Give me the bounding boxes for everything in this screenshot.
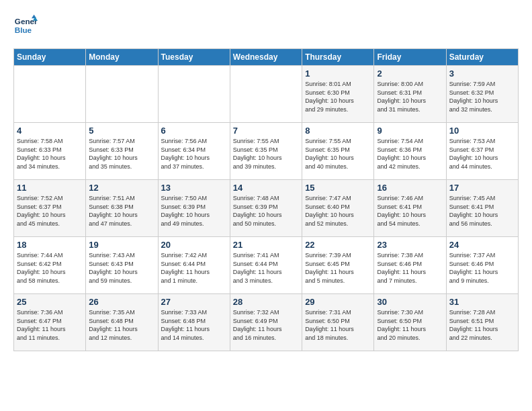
calendar-cell: 4Sunrise: 7:58 AM Sunset: 6:33 PM Daylig… xyxy=(14,123,86,180)
header-day-tuesday: Tuesday xyxy=(158,49,230,66)
logo-icon: General Blue xyxy=(13,13,38,38)
day-number: 14 xyxy=(233,183,299,193)
day-number: 29 xyxy=(305,297,371,307)
day-number: 20 xyxy=(161,240,227,250)
day-number: 15 xyxy=(305,183,371,193)
cell-content: Sunrise: 7:55 AM Sunset: 6:35 PM Dayligh… xyxy=(305,137,371,171)
cell-content: Sunrise: 7:47 AM Sunset: 6:40 PM Dayligh… xyxy=(305,194,371,228)
day-number: 18 xyxy=(17,240,83,250)
calendar-cell: 23Sunrise: 7:38 AM Sunset: 6:46 PM Dayli… xyxy=(374,237,446,294)
calendar-table: SundayMondayTuesdayWednesdayThursdayFrid… xyxy=(13,48,519,351)
calendar-cell: 16Sunrise: 7:46 AM Sunset: 6:41 PM Dayli… xyxy=(374,180,446,237)
cell-content: Sunrise: 7:55 AM Sunset: 6:35 PM Dayligh… xyxy=(233,137,299,171)
day-number: 31 xyxy=(449,297,515,307)
header-day-sunday: Sunday xyxy=(14,49,86,66)
calendar-cell: 10Sunrise: 7:53 AM Sunset: 6:37 PM Dayli… xyxy=(446,123,518,180)
day-number: 2 xyxy=(377,68,443,79)
cell-content: Sunrise: 7:41 AM Sunset: 6:44 PM Dayligh… xyxy=(233,251,299,285)
calendar-cell: 11Sunrise: 7:52 AM Sunset: 6:37 PM Dayli… xyxy=(14,180,86,237)
cell-content: Sunrise: 7:51 AM Sunset: 6:38 PM Dayligh… xyxy=(89,194,154,228)
calendar-cell: 14Sunrise: 7:48 AM Sunset: 6:39 PM Dayli… xyxy=(230,180,302,237)
cell-content: Sunrise: 7:43 AM Sunset: 6:43 PM Dayligh… xyxy=(89,251,154,285)
day-number: 12 xyxy=(89,183,154,193)
cell-content: Sunrise: 7:42 AM Sunset: 6:44 PM Dayligh… xyxy=(161,251,227,285)
day-number: 7 xyxy=(233,126,299,136)
cell-content: Sunrise: 7:46 AM Sunset: 6:41 PM Dayligh… xyxy=(377,194,443,228)
calendar-cell: 27Sunrise: 7:33 AM Sunset: 6:48 PM Dayli… xyxy=(158,294,230,351)
header-day-thursday: Thursday xyxy=(302,49,374,66)
week-row-1: 1Sunrise: 8:01 AM Sunset: 6:30 PM Daylig… xyxy=(14,66,519,123)
header-day-wednesday: Wednesday xyxy=(230,49,302,66)
calendar-cell: 2Sunrise: 8:00 AM Sunset: 6:31 PM Daylig… xyxy=(374,66,446,123)
calendar-cell: 18Sunrise: 7:44 AM Sunset: 6:42 PM Dayli… xyxy=(14,237,86,294)
calendar-cell: 15Sunrise: 7:47 AM Sunset: 6:40 PM Dayli… xyxy=(302,180,374,237)
cell-content: Sunrise: 7:52 AM Sunset: 6:37 PM Dayligh… xyxy=(17,194,83,228)
calendar-cell: 6Sunrise: 7:56 AM Sunset: 6:34 PM Daylig… xyxy=(158,123,230,180)
day-number: 17 xyxy=(449,183,515,193)
calendar-cell xyxy=(230,66,302,123)
calendar-cell: 24Sunrise: 7:37 AM Sunset: 6:46 PM Dayli… xyxy=(446,237,518,294)
calendar-cell xyxy=(86,66,158,123)
calendar-cell: 13Sunrise: 7:50 AM Sunset: 6:39 PM Dayli… xyxy=(158,180,230,237)
cell-content: Sunrise: 7:58 AM Sunset: 6:33 PM Dayligh… xyxy=(17,137,83,171)
day-number: 16 xyxy=(377,183,443,193)
header-day-saturday: Saturday xyxy=(446,49,518,66)
calendar-cell: 20Sunrise: 7:42 AM Sunset: 6:44 PM Dayli… xyxy=(158,237,230,294)
svg-text:Blue: Blue xyxy=(15,26,32,34)
cell-content: Sunrise: 7:36 AM Sunset: 6:47 PM Dayligh… xyxy=(17,308,83,342)
cell-content: Sunrise: 7:33 AM Sunset: 6:48 PM Dayligh… xyxy=(161,308,227,342)
cell-content: Sunrise: 7:31 AM Sunset: 6:50 PM Dayligh… xyxy=(305,308,371,342)
calendar-cell: 28Sunrise: 7:32 AM Sunset: 6:49 PM Dayli… xyxy=(230,294,302,351)
week-row-3: 11Sunrise: 7:52 AM Sunset: 6:37 PM Dayli… xyxy=(14,180,519,237)
cell-content: Sunrise: 7:45 AM Sunset: 6:41 PM Dayligh… xyxy=(449,194,515,228)
calendar-cell: 9Sunrise: 7:54 AM Sunset: 6:36 PM Daylig… xyxy=(374,123,446,180)
cell-content: Sunrise: 7:30 AM Sunset: 6:50 PM Dayligh… xyxy=(377,308,443,342)
calendar-cell: 7Sunrise: 7:55 AM Sunset: 6:35 PM Daylig… xyxy=(230,123,302,180)
day-number: 22 xyxy=(305,240,371,250)
cell-content: Sunrise: 7:37 AM Sunset: 6:46 PM Dayligh… xyxy=(449,251,515,285)
day-number: 23 xyxy=(377,240,443,250)
day-number: 4 xyxy=(17,126,83,136)
day-number: 19 xyxy=(89,240,154,250)
day-number: 13 xyxy=(161,183,227,193)
cell-content: Sunrise: 7:50 AM Sunset: 6:39 PM Dayligh… xyxy=(161,194,227,228)
cell-content: Sunrise: 7:32 AM Sunset: 6:49 PM Dayligh… xyxy=(233,308,299,342)
calendar-cell xyxy=(158,66,230,123)
day-number: 30 xyxy=(377,297,443,307)
cell-content: Sunrise: 7:39 AM Sunset: 6:45 PM Dayligh… xyxy=(305,251,371,285)
header-row: SundayMondayTuesdayWednesdayThursdayFrid… xyxy=(14,49,519,66)
cell-content: Sunrise: 7:35 AM Sunset: 6:48 PM Dayligh… xyxy=(89,308,154,342)
cell-content: Sunrise: 7:28 AM Sunset: 6:51 PM Dayligh… xyxy=(449,308,515,342)
logo: General Blue xyxy=(13,13,40,38)
calendar-cell: 17Sunrise: 7:45 AM Sunset: 6:41 PM Dayli… xyxy=(446,180,518,237)
calendar-cell: 12Sunrise: 7:51 AM Sunset: 6:38 PM Dayli… xyxy=(86,180,158,237)
cell-content: Sunrise: 7:44 AM Sunset: 6:42 PM Dayligh… xyxy=(17,251,83,285)
header-day-friday: Friday xyxy=(374,49,446,66)
day-number: 1 xyxy=(305,68,371,79)
week-row-5: 25Sunrise: 7:36 AM Sunset: 6:47 PM Dayli… xyxy=(14,294,519,351)
calendar-cell xyxy=(14,66,86,123)
day-number: 9 xyxy=(377,126,443,136)
calendar-cell: 29Sunrise: 7:31 AM Sunset: 6:50 PM Dayli… xyxy=(302,294,374,351)
day-number: 10 xyxy=(449,126,515,136)
day-number: 26 xyxy=(89,297,154,307)
calendar-cell: 3Sunrise: 7:59 AM Sunset: 6:32 PM Daylig… xyxy=(446,66,518,123)
calendar-cell: 25Sunrise: 7:36 AM Sunset: 6:47 PM Dayli… xyxy=(14,294,86,351)
day-number: 25 xyxy=(17,297,83,307)
day-number: 6 xyxy=(161,126,227,136)
calendar-cell: 19Sunrise: 7:43 AM Sunset: 6:43 PM Dayli… xyxy=(86,237,158,294)
calendar-cell: 31Sunrise: 7:28 AM Sunset: 6:51 PM Dayli… xyxy=(446,294,518,351)
calendar-cell: 8Sunrise: 7:55 AM Sunset: 6:35 PM Daylig… xyxy=(302,123,374,180)
calendar-cell: 1Sunrise: 8:01 AM Sunset: 6:30 PM Daylig… xyxy=(302,66,374,123)
day-number: 8 xyxy=(305,126,371,136)
calendar-cell: 5Sunrise: 7:57 AM Sunset: 6:33 PM Daylig… xyxy=(86,123,158,180)
calendar-cell: 22Sunrise: 7:39 AM Sunset: 6:45 PM Dayli… xyxy=(302,237,374,294)
day-number: 21 xyxy=(233,240,299,250)
cell-content: Sunrise: 7:38 AM Sunset: 6:46 PM Dayligh… xyxy=(377,251,443,285)
day-number: 28 xyxy=(233,297,299,307)
cell-content: Sunrise: 7:56 AM Sunset: 6:34 PM Dayligh… xyxy=(161,137,227,171)
page-header: General Blue xyxy=(13,13,519,38)
header-day-monday: Monday xyxy=(86,49,158,66)
cell-content: Sunrise: 8:00 AM Sunset: 6:31 PM Dayligh… xyxy=(377,80,443,113)
day-number: 11 xyxy=(17,183,83,193)
